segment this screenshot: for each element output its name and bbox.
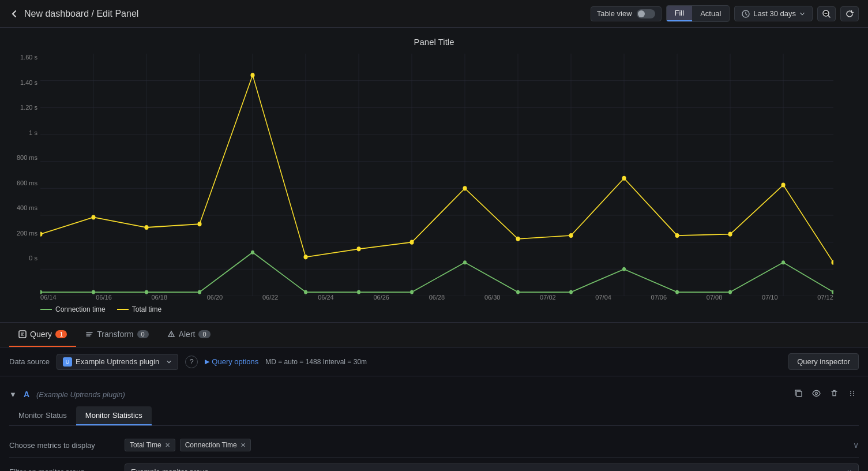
tab-transform-label: Transform <box>97 330 133 339</box>
svg-point-34 <box>516 237 520 241</box>
metric-tag-connection-time: Connection Time ✕ <box>180 439 251 451</box>
transform-icon <box>85 330 93 338</box>
toggle-visibility-button[interactable] <box>810 387 823 402</box>
tab-alert[interactable]: Alert 0 <box>158 323 220 347</box>
zoom-out-button[interactable] <box>817 6 836 21</box>
metrics-label: Choose metrics to display <box>9 441 125 450</box>
chevron-right-icon: ▶ <box>205 358 209 365</box>
query-block-header: ▼ A (Example Uptrends plugin) <box>9 382 859 406</box>
table-view-toggle[interactable]: Table view <box>591 6 662 21</box>
svg-point-31 <box>356 246 360 251</box>
monitor-group-dropdown[interactable]: Example monitor group ∨ <box>125 463 859 471</box>
svg-point-43 <box>145 290 148 294</box>
datasource-name: Example Uptrends plugin <box>76 357 159 366</box>
svg-point-61 <box>850 393 851 394</box>
refresh-button[interactable] <box>840 6 859 21</box>
toolbar-right: Table view Fill Actual Last 30 days <box>591 5 859 22</box>
actual-button[interactable]: Actual <box>692 6 729 21</box>
svg-point-35 <box>569 233 573 238</box>
monitor-group-value: Example monitor group <box>131 468 208 471</box>
clock-icon <box>742 10 750 18</box>
tab-alert-label: Alert <box>179 330 196 339</box>
svg-point-55 <box>781 260 785 264</box>
tab-query-badge: 1 <box>55 330 67 338</box>
monitor-group-filter-label: Filter on monitor group <box>9 468 125 471</box>
tab-query[interactable]: Query 1 <box>9 323 76 347</box>
form-row-metrics: Choose metrics to display Total Time ✕ C… <box>9 433 859 458</box>
svg-point-47 <box>357 290 360 294</box>
svg-point-32 <box>409 240 414 245</box>
help-button[interactable]: ? <box>185 356 198 368</box>
drag-handle-button[interactable] <box>846 387 859 402</box>
query-options-label: Query options <box>212 357 258 366</box>
svg-point-64 <box>853 393 854 394</box>
top-bar: New dashboard / Edit Panel Table view Fi… <box>0 0 868 28</box>
metric-tag-connection-time-close[interactable]: ✕ <box>241 442 246 449</box>
svg-point-26 <box>91 215 95 219</box>
svg-point-46 <box>304 290 307 294</box>
query-options-bar: Data source U Example Uptrends plugin ? … <box>0 347 868 376</box>
sub-tab-bar: Monitor Status Monitor Statistics <box>9 406 859 426</box>
svg-point-28 <box>197 222 201 226</box>
svg-point-51 <box>569 290 573 294</box>
query-inspector-button[interactable]: Query inspector <box>788 353 859 370</box>
monitor-group-chevron-icon: ∨ <box>847 468 852 471</box>
svg-point-59 <box>816 392 818 395</box>
back-button[interactable]: New dashboard / Edit Panel <box>9 9 138 19</box>
metric-tag-connection-time-label: Connection Time <box>185 441 237 449</box>
time-range-label: Last 30 days <box>753 9 796 18</box>
sub-tab-monitor-statistics[interactable]: Monitor Statistics <box>76 406 152 425</box>
metric-tag-total-time-close[interactable]: ✕ <box>165 442 170 449</box>
trash-icon <box>830 389 839 398</box>
metrics-value: Total Time ✕ Connection Time ✕ ∨ <box>125 439 859 451</box>
metrics-expand-icon: ∨ <box>853 440 859 450</box>
svg-point-27 <box>144 225 148 230</box>
svg-rect-58 <box>796 391 802 397</box>
legend-total-time: Total time <box>117 305 161 313</box>
tab-alert-badge: 0 <box>198 330 210 338</box>
svg-point-36 <box>622 176 626 181</box>
legend-connection-time: Connection time <box>40 305 106 313</box>
svg-point-49 <box>463 260 467 264</box>
metric-tag-total-time: Total Time ✕ <box>125 439 175 451</box>
copy-query-button[interactable] <box>792 387 805 402</box>
svg-point-52 <box>622 267 626 271</box>
svg-point-44 <box>198 290 201 294</box>
chart-svg <box>40 54 833 296</box>
tab-transform[interactable]: Transform 0 <box>76 323 157 347</box>
y-label-400ms: 400 ms <box>0 204 37 211</box>
chart-title: Panel Title <box>0 37 868 47</box>
y-label-800ms: 800 ms <box>0 154 37 161</box>
datasource-chevron-icon <box>166 359 172 365</box>
chart-container: 0 s 200 ms 400 ms 600 ms 800 ms 1 s 1.20… <box>0 54 868 296</box>
chevron-down-icon <box>799 11 805 17</box>
copy-icon <box>794 389 803 398</box>
svg-point-38 <box>728 232 732 237</box>
svg-point-39 <box>781 182 786 187</box>
time-range-button[interactable]: Last 30 days <box>734 6 813 21</box>
legend-connection-time-line <box>40 309 52 310</box>
collapse-button[interactable]: ▼ <box>9 390 17 399</box>
svg-point-45 <box>251 251 254 255</box>
alert-icon <box>167 330 175 338</box>
chart-legend: Connection time Total time <box>0 301 868 313</box>
svg-point-25 <box>40 232 43 237</box>
fill-button[interactable]: Fill <box>667 6 693 21</box>
y-label-600ms: 600 ms <box>0 180 37 186</box>
sub-tab-monitor-status[interactable]: Monitor Status <box>9 406 76 425</box>
query-options-button[interactable]: ▶ Query options <box>205 357 258 366</box>
metric-tag-total-time-label: Total Time <box>130 441 161 449</box>
svg-point-37 <box>675 233 679 238</box>
svg-point-60 <box>850 391 851 392</box>
y-label-0s: 0 s <box>0 255 37 261</box>
query-id-label: A <box>24 390 29 399</box>
delete-query-button[interactable] <box>828 387 841 402</box>
datasource-icon: U <box>63 357 72 367</box>
datasource-selector[interactable]: U Example Uptrends plugin <box>57 354 178 370</box>
tab-bar: Query 1 Transform 0 Alert 0 <box>0 323 868 347</box>
svg-point-33 <box>463 186 467 190</box>
svg-point-50 <box>516 290 520 294</box>
table-view-knob[interactable] <box>637 9 655 18</box>
svg-point-42 <box>92 290 95 294</box>
sub-tab-monitor-statistics-label: Monitor Statistics <box>85 411 142 420</box>
